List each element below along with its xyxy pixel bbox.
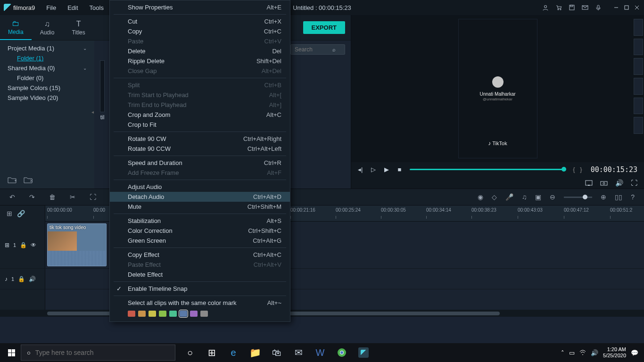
zoom-in-button[interactable]: ⊕ bbox=[601, 193, 606, 201]
cm-rotate-cw[interactable]: Rotate 90 CWCtrl+Alt+Right bbox=[110, 134, 290, 144]
tree-folder-1[interactable]: Folder (1) bbox=[0, 53, 94, 63]
play-button[interactable]: ▷ bbox=[371, 166, 376, 173]
redo-button[interactable]: ↷ bbox=[29, 193, 35, 201]
cm-enable-snap[interactable]: ✓Enable Timeline Snap bbox=[110, 284, 290, 294]
add-track-button[interactable]: ⊞ bbox=[7, 210, 12, 217]
link-button[interactable]: 🔗 bbox=[17, 210, 25, 217]
video-track-head[interactable]: ⊞ 1 🔒 👁 bbox=[0, 222, 45, 268]
cm-delete[interactable]: DeleteDel bbox=[110, 46, 290, 56]
tab-audio[interactable]: ♫Audio bbox=[32, 15, 63, 40]
video-clip[interactable]: tik tok song video bbox=[47, 223, 107, 266]
filmora-app-icon[interactable] bbox=[353, 343, 374, 362]
cm-green-screen[interactable]: Green ScreenCtrl+Alt+G bbox=[110, 236, 290, 246]
search-icon[interactable]: ⌕ bbox=[332, 47, 336, 52]
word-icon[interactable]: W bbox=[309, 343, 331, 362]
cm-show-properties[interactable]: Show PropertiesAlt+E bbox=[110, 2, 290, 12]
stop-button[interactable]: ■ bbox=[397, 166, 401, 173]
sound-icon[interactable]: 🔊 bbox=[591, 349, 598, 356]
crop-button[interactable]: ⛶ bbox=[90, 193, 96, 201]
export-button[interactable]: EXPORT bbox=[303, 21, 345, 34]
next-frame-button[interactable]: ▶ bbox=[384, 166, 389, 173]
save-icon[interactable] bbox=[569, 4, 575, 11]
tree-shared-media[interactable]: Shared Media (0)⌄ bbox=[0, 63, 94, 73]
minimize-button[interactable] bbox=[613, 4, 619, 11]
quality-icon[interactable] bbox=[585, 180, 593, 186]
menu-tools[interactable]: Tools bbox=[84, 1, 109, 14]
tray-chevron-icon[interactable]: ˄ bbox=[561, 349, 564, 356]
strip-cell[interactable] bbox=[634, 98, 643, 115]
strip-cell[interactable] bbox=[634, 19, 643, 36]
strip-cell[interactable] bbox=[634, 117, 643, 134]
progress-slider[interactable] bbox=[410, 169, 564, 170]
cm-ripple-delete[interactable]: Ripple DeleteShift+Del bbox=[110, 56, 290, 66]
cm-select-color[interactable]: Select all clips with the same color mar… bbox=[110, 298, 290, 308]
account-icon[interactable] bbox=[542, 4, 549, 11]
tree-sample-video[interactable]: Sample Video (20) bbox=[0, 93, 94, 103]
media-thumbnail[interactable]: til bbox=[100, 60, 105, 121]
color-swatch[interactable] bbox=[138, 311, 146, 317]
split-button[interactable]: ✂ bbox=[70, 193, 75, 201]
start-button[interactable] bbox=[2, 343, 21, 362]
cm-delete-effect[interactable]: Delete Effect bbox=[110, 270, 290, 280]
color-swatch[interactable] bbox=[200, 311, 208, 317]
cm-crop-fit[interactable]: Crop to Fit bbox=[110, 120, 290, 130]
taskbar-search[interactable]: ○ bbox=[21, 345, 175, 361]
tree-sample-colors[interactable]: Sample Colors (15) bbox=[0, 83, 94, 93]
fullscreen-icon[interactable]: ⛶ bbox=[631, 179, 637, 187]
menu-file[interactable]: File bbox=[41, 1, 62, 14]
search-box[interactable]: ⌕ bbox=[290, 44, 345, 55]
cm-speed[interactable]: Speed and DurationCtrl+R bbox=[110, 158, 290, 168]
strip-cell[interactable] bbox=[634, 39, 643, 56]
maximize-button[interactable] bbox=[623, 4, 630, 11]
cm-crop-zoom[interactable]: Crop and ZoomAlt+C bbox=[110, 110, 290, 120]
timeline-scrollbar[interactable] bbox=[0, 310, 644, 317]
cm-stabilization[interactable]: StabilizationAlt+S bbox=[110, 216, 290, 226]
lock-icon[interactable]: 🔒 bbox=[20, 242, 27, 248]
color-swatch[interactable] bbox=[190, 311, 198, 317]
color-swatch[interactable] bbox=[159, 311, 166, 317]
zoom-out-button[interactable]: ⊖ bbox=[550, 193, 555, 201]
tree-folder-0[interactable]: Folder (0) bbox=[0, 73, 94, 83]
cortana-icon[interactable]: ○ bbox=[179, 343, 201, 362]
battery-icon[interactable]: ▭ bbox=[569, 349, 575, 356]
marker-button[interactable]: ◇ bbox=[492, 193, 497, 201]
explorer-icon[interactable]: 📁 bbox=[244, 343, 266, 362]
wifi-icon[interactable] bbox=[579, 350, 586, 355]
cm-mute[interactable]: MuteCtrl+Shift+M bbox=[110, 202, 290, 212]
tree-project-media[interactable]: Project Media (1)⌄ bbox=[0, 43, 94, 53]
strip-cell[interactable] bbox=[634, 78, 643, 95]
notifications-icon[interactable]: 💬 bbox=[631, 349, 638, 356]
prev-frame-button[interactable]: ◂| bbox=[358, 166, 363, 173]
menu-edit[interactable]: Edit bbox=[62, 1, 83, 14]
audio-mixer-button[interactable]: ♫ bbox=[522, 193, 527, 201]
render-button[interactable]: ◉ bbox=[478, 193, 483, 201]
speaker-icon[interactable]: 🔊 bbox=[29, 276, 36, 282]
cm-rotate-ccw[interactable]: Rotate 90 CCWCtrl+Alt+Left bbox=[110, 144, 290, 154]
mail-app-icon[interactable]: ✉ bbox=[288, 343, 309, 362]
tab-titles[interactable]: TTitles bbox=[63, 15, 94, 40]
snapshot-icon[interactable] bbox=[600, 180, 608, 186]
cart-icon[interactable] bbox=[555, 4, 562, 11]
delete-button[interactable]: 🗑 bbox=[49, 193, 56, 201]
color-swatch[interactable] bbox=[180, 311, 187, 317]
color-swatch[interactable] bbox=[149, 311, 156, 317]
color-swatch[interactable] bbox=[169, 311, 177, 317]
export-frame-button[interactable]: ▣ bbox=[535, 193, 541, 201]
color-swatch[interactable] bbox=[128, 311, 135, 317]
edge-icon[interactable]: e bbox=[223, 343, 244, 362]
store-icon[interactable]: 🛍 bbox=[266, 343, 288, 362]
zoom-fit-button[interactable]: ▯▯ bbox=[615, 193, 622, 201]
zoom-slider[interactable] bbox=[564, 197, 592, 198]
task-view-icon[interactable]: ⊞ bbox=[201, 343, 223, 362]
audio-track-head[interactable]: ♪ 1 🔒 🔊 bbox=[0, 269, 45, 289]
mark-in-out[interactable]: { } bbox=[573, 166, 582, 173]
volume-icon[interactable]: 🔊 bbox=[615, 179, 623, 187]
cm-color-correction[interactable]: Color CorrectionCtrl+Shift+C bbox=[110, 226, 290, 236]
undo-button[interactable]: ↶ bbox=[9, 193, 15, 201]
cm-detach-audio[interactable]: Detach AudioCtrl+Alt+D bbox=[110, 192, 290, 202]
mic-icon[interactable] bbox=[595, 4, 602, 11]
delete-folder-icon[interactable] bbox=[24, 176, 33, 184]
cm-copy-effect[interactable]: Copy EffectCtrl+Alt+C bbox=[110, 250, 290, 260]
taskbar-search-input[interactable] bbox=[35, 349, 169, 356]
mail-icon[interactable] bbox=[582, 4, 588, 11]
